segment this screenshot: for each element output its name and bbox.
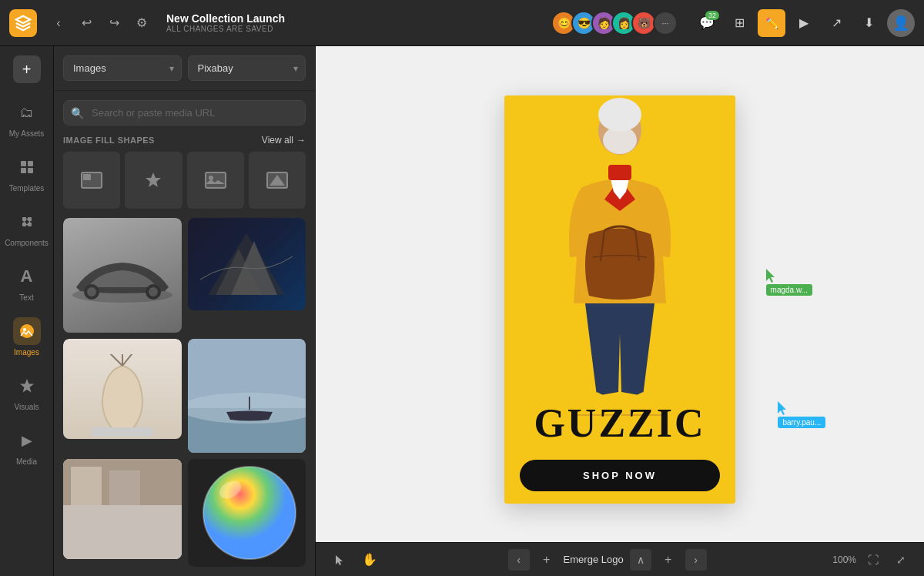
cta-button: SHOP NOW — [520, 460, 720, 491]
shapes-header: IMAGE FILL SHAPES View all → — [63, 135, 306, 146]
redo-button[interactable]: ↪ — [102, 11, 126, 35]
topbar: ‹ ↩ ↪ ⚙ New Collection Launch ALL CHANGE… — [0, 0, 924, 46]
grid-icon: ⊞ — [735, 15, 745, 30]
topbar-actions: 💬 32 ⊞ ✏️ ▶ ↗ ⬇ 👤 — [693, 9, 915, 37]
images-grid — [54, 218, 315, 576]
templates-icon — [13, 153, 41, 181]
image-card-6[interactable] — [188, 459, 306, 567]
hand-tool-button[interactable]: ✋ — [357, 548, 382, 572]
shapes-title: IMAGE FILL SHAPES — [63, 136, 155, 145]
panel-header: Images Video Icons ▾ Pixabay Unsplash Pe… — [54, 46, 315, 91]
view-all-button[interactable]: View all → — [262, 135, 306, 146]
sidebar-item-label: Images — [14, 348, 39, 357]
play-icon: ▶ — [799, 15, 808, 30]
expand-icon: ⛶ — [868, 554, 879, 566]
cursor-barry: barry.pau... — [778, 401, 825, 428]
shapes-grid — [63, 152, 306, 209]
icon-nav: + 🗂 My Assets Templates — [0, 46, 54, 576]
sidebar-item-label: My Assets — [9, 129, 45, 138]
canvas-inner: GUZZIC SHOP NOW magda.w... barry.pau... — [316, 46, 924, 576]
svg-point-13 — [23, 328, 26, 331]
save-status: ALL CHANGES ARE SAVED — [166, 25, 285, 33]
type-select-wrap: Images Video Icons ▾ — [63, 55, 182, 81]
user-avatar[interactable]: 👤 — [887, 9, 915, 37]
collaborator-avatars: 😊 😎 🧑 👩 🐻 ··· — [551, 11, 678, 35]
image-card-5[interactable] — [63, 459, 182, 567]
grid-view-button[interactable]: ⊞ — [725, 9, 753, 37]
play-button[interactable]: ▶ — [790, 9, 818, 37]
brand-name: GUZZIC — [504, 400, 735, 446]
add-page-left-button[interactable]: + — [536, 549, 557, 571]
page-up-button[interactable]: ∧ — [630, 549, 651, 571]
fit-page-button[interactable]: ⛶ — [862, 549, 884, 571]
hand-icon: ✋ — [362, 552, 377, 567]
share-button[interactable]: ↗ — [822, 9, 850, 37]
add-page-right-button[interactable]: + — [658, 549, 679, 571]
media-icon: ▶ — [13, 427, 41, 454]
sidebar-item-label: Visuals — [14, 403, 38, 411]
svg-rect-5 — [28, 217, 32, 221]
cursor-label-barry: barry.pau... — [778, 417, 825, 428]
sidebar-item-templates[interactable]: Templates — [0, 147, 53, 199]
cursor-magda: magda.w... — [766, 269, 812, 296]
svg-line-27 — [107, 354, 122, 366]
topbar-nav: ‹ ↩ ↪ ⚙ — [46, 11, 154, 35]
download-button[interactable]: ⬇ — [855, 9, 882, 37]
view-all-label: View all — [262, 135, 293, 146]
svg-rect-7 — [28, 223, 32, 226]
svg-line-28 — [122, 354, 138, 366]
shapes-section: IMAGE FILL SHAPES View all → — [54, 135, 315, 218]
edit-button[interactable]: ✏️ — [758, 9, 785, 37]
image-card-4[interactable] — [188, 339, 306, 453]
bottom-bar: ✋ ‹ + Emerge Logo ∧ + › 100% ⛶ ⤢ — [316, 542, 924, 576]
svg-rect-1 — [28, 161, 33, 166]
svg-rect-6 — [22, 223, 26, 226]
download-icon: ⬇ — [864, 15, 874, 30]
sidebar-item-text[interactable]: A Text — [0, 256, 53, 308]
source-select-wrap: Pixabay Unsplash Pexels ▾ — [188, 55, 306, 81]
image-card-2[interactable] — [188, 218, 306, 332]
image-card-3[interactable] — [63, 339, 182, 453]
document-name: New Collection Launch — [166, 12, 285, 25]
sidebar-item-components[interactable]: Components — [0, 202, 53, 253]
fullscreen-icon: ⤢ — [896, 554, 906, 566]
svg-rect-4 — [22, 217, 26, 221]
svg-point-45 — [603, 126, 637, 154]
zoom-level[interactable]: 100% — [832, 554, 856, 565]
sidebar-item-my-assets[interactable]: 🗂 My Assets — [0, 92, 53, 144]
app-logo[interactable] — [9, 9, 37, 37]
my-assets-icon: 🗂 — [13, 99, 41, 126]
design-card: GUZZIC SHOP NOW — [504, 95, 735, 504]
images-icon — [13, 317, 41, 345]
source-select[interactable]: Pixabay Unsplash Pexels — [188, 55, 306, 81]
search-icon: 🔍 — [71, 107, 84, 119]
shape-item-landscape[interactable] — [187, 152, 244, 209]
next-page-button[interactable]: › — [685, 549, 707, 571]
pointer-tool-button[interactable] — [328, 548, 353, 572]
svg-marker-14 — [20, 379, 34, 393]
shape-item-rect[interactable] — [63, 152, 120, 209]
image-card-1[interactable] — [63, 218, 182, 332]
chat-button[interactable]: 💬 32 — [693, 9, 721, 37]
svg-point-26 — [149, 287, 158, 296]
svg-rect-38 — [109, 471, 140, 505]
sidebar-item-images[interactable]: Images — [0, 311, 53, 363]
sidebar-item-visuals[interactable]: Visuals — [0, 366, 53, 417]
arrow-right-icon: → — [296, 135, 306, 146]
sidebar-item-media[interactable]: ▶ Media — [0, 420, 53, 472]
avatar-more-button[interactable]: ··· — [653, 11, 678, 35]
settings-button[interactable]: ⚙ — [129, 11, 154, 35]
add-button[interactable]: + — [13, 55, 41, 83]
type-select[interactable]: Images Video Icons — [63, 55, 182, 81]
prev-page-button[interactable]: ‹ — [508, 549, 530, 571]
shape-item-triangle[interactable] — [249, 152, 306, 209]
canvas-area[interactable]: GUZZIC SHOP NOW magda.w... barry.pau... — [316, 46, 924, 576]
search-input[interactable] — [63, 100, 306, 126]
undo-button[interactable]: ↩ — [74, 11, 99, 35]
shape-item-star[interactable] — [125, 152, 182, 209]
back-button[interactable]: ‹ — [46, 11, 71, 35]
search-wrap: 🔍 — [63, 100, 306, 126]
sidebar-item-label: Components — [5, 239, 49, 247]
fullscreen-button[interactable]: ⤢ — [890, 549, 912, 571]
svg-rect-37 — [71, 467, 102, 505]
